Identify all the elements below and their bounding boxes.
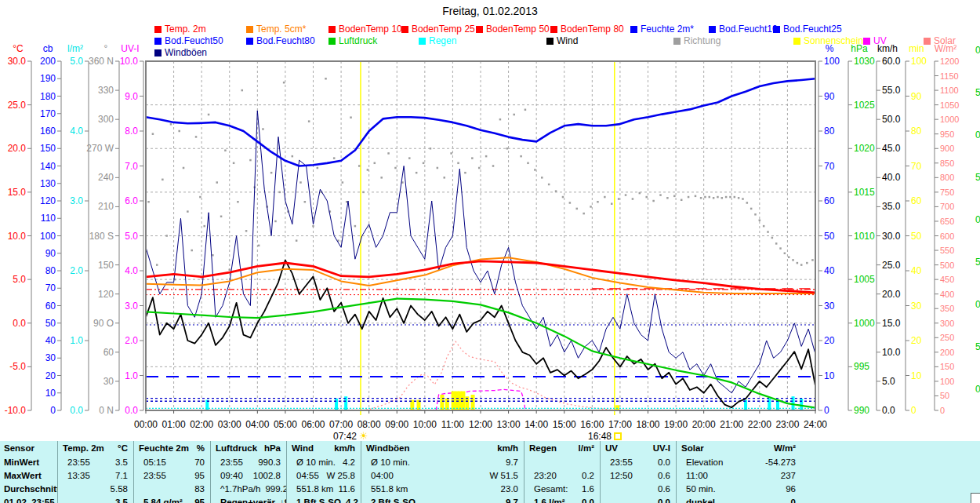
cell-info: 2 Bft S-SO	[371, 496, 416, 503]
richtung-dot	[423, 162, 425, 165]
cell-info: 04:00	[371, 469, 394, 483]
richtung-dot	[191, 250, 193, 252]
table-group-regen: Regenl/m²23:200.2Gesamt:1.61.6 l/m²0.0	[524, 441, 600, 503]
axis-label: 1100	[940, 86, 959, 95]
axis-label: 15.0	[882, 318, 901, 329]
cell-value: W 25.8	[327, 469, 355, 483]
axis-label: 0.0	[882, 405, 895, 416]
sensor-name: Regen	[529, 441, 557, 456]
table-cell: 0.6	[601, 483, 676, 496]
x-axis-label: 07:00	[329, 419, 353, 430]
axis-label: 500	[940, 261, 954, 270]
axis-label: 180	[40, 91, 56, 102]
richtung-dot	[437, 167, 439, 169]
table-cell: 551.8 km11.6	[287, 483, 361, 496]
cell-value: ↓990.3	[280, 496, 286, 503]
axis-label: 100	[940, 377, 954, 386]
axis-label: 0	[824, 405, 829, 416]
axis-label: 270 W	[86, 143, 114, 154]
row-label: MinWert	[0, 456, 57, 469]
richtung-dot	[811, 259, 814, 261]
axis-label: 10	[911, 370, 922, 381]
cell-value: 11.6	[338, 483, 355, 496]
axis-label: 70	[45, 282, 56, 293]
axis-label: 30	[103, 376, 114, 387]
axis-label: 150	[98, 260, 114, 271]
axis-label: 1025	[854, 100, 875, 111]
x-axis-label: 05:00	[274, 419, 297, 430]
axis-unit-label: °	[104, 43, 108, 54]
table-cell: Regen+verär↓990.3	[211, 496, 286, 503]
axis-label: 1020	[854, 143, 875, 154]
axis-label: 15.0	[8, 187, 27, 198]
sensor-name: Solar	[681, 441, 704, 456]
cell-value: 0.0	[658, 456, 670, 469]
axis-label: 50	[940, 391, 949, 400]
sensor-name: Windböen	[366, 441, 409, 456]
cell-info: 1 Bft S-SO	[296, 496, 341, 503]
richtung-dot	[152, 133, 154, 135]
sensor-unit: °C	[118, 441, 128, 456]
table-cell: 1.6 l/m²0.0	[524, 496, 600, 503]
richtung-dot	[342, 181, 344, 184]
axis-label: 70	[911, 161, 922, 172]
cell-info: Ø 10 min.	[371, 456, 410, 469]
axis-label: 140	[40, 161, 56, 172]
axis-label: 190	[40, 73, 56, 84]
richtung-dot	[237, 201, 239, 203]
axis-unit-label: hPa	[851, 43, 868, 54]
cell-value: 7.1	[115, 469, 128, 483]
axis-label: 30	[824, 301, 835, 312]
axis-unit-label: °C	[13, 43, 24, 54]
richtung-dot	[513, 114, 515, 116]
x-axis-label: 21:00	[720, 419, 743, 430]
axis-label: 2.0	[70, 265, 83, 276]
row-label: MaxWert	[0, 469, 57, 483]
weather-chart: 30.025.020.015.010.05.00.0-5.0-10.0°C200…	[0, 0, 980, 441]
table-group-wind: Windkm/hØ 10 min.4.204:55W 25.8551.8 km1…	[286, 441, 361, 503]
richtung-dot	[325, 78, 327, 80]
axis-label: 9.0	[125, 91, 138, 102]
axis-label: 6.0	[125, 195, 138, 206]
richtung-dot	[555, 190, 557, 192]
richtung-dot	[742, 198, 744, 200]
richtung-dot	[659, 194, 662, 196]
axis-label: 800	[940, 173, 954, 182]
axis-label: 900	[940, 144, 954, 153]
richtung-dot	[450, 152, 452, 155]
richtung-dot	[229, 269, 231, 272]
table-cell: Ø 10 min.4.2	[287, 456, 361, 469]
resize-grip[interactable]	[971, 493, 980, 503]
axis-label: 330	[98, 85, 114, 96]
richtung-dot	[520, 155, 522, 158]
richtung-dot	[806, 262, 808, 264]
axis-label: 45.0	[882, 143, 901, 154]
cell-info: ^1.7hPa/h	[220, 483, 260, 496]
axis-label: 400	[940, 290, 954, 299]
richtung-dot	[688, 196, 690, 199]
richtung-dot	[713, 197, 715, 199]
cell-info: 1.6 l/m²	[534, 496, 565, 503]
axis-label: 4.0	[125, 265, 138, 276]
table-group-header: Feuchte 2m%	[134, 441, 210, 456]
axis-label: 10.0	[8, 231, 27, 242]
axis-label: 1000	[940, 115, 959, 124]
axis-label: 30.0	[8, 56, 27, 67]
richtung-dot	[258, 245, 260, 247]
axis-label: 300	[940, 319, 954, 328]
richtung-dot	[416, 172, 418, 174]
richtung-dot	[380, 177, 383, 179]
x-axis-label: 20:00	[692, 419, 716, 430]
richtung-dot	[700, 197, 702, 199]
x-axis-label: 11:00	[441, 419, 464, 430]
table-cell: Gesamt:1.6	[524, 483, 600, 496]
axis-label: 1050	[940, 100, 959, 110]
richtung-dot	[792, 259, 794, 261]
cell-info: 23:55	[610, 456, 633, 469]
richtung-dot	[203, 225, 205, 228]
axis-label: 950	[940, 129, 954, 139]
axis-label: 90 O	[93, 318, 114, 329]
axis-label: 20.0	[8, 143, 27, 154]
x-axis-label: 02:00	[190, 419, 213, 430]
table-filler	[801, 441, 980, 503]
